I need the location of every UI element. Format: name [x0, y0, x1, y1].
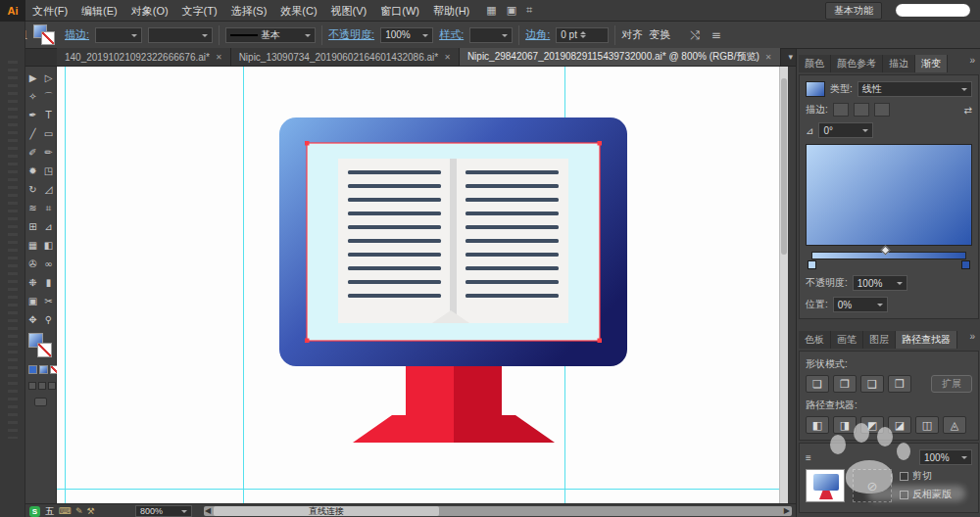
- workspace-switcher[interactable]: 基本功能: [825, 2, 882, 20]
- collapse-panels-icon[interactable]: »: [969, 55, 975, 66]
- ime-tool-icon[interactable]: ⚒: [87, 505, 95, 517]
- shape-builder-tool[interactable]: ⊞: [25, 217, 41, 236]
- menu-select[interactable]: 选择(S): [224, 0, 274, 22]
- unite-button[interactable]: ❏: [806, 375, 829, 393]
- slice-tool[interactable]: ✂: [41, 292, 57, 310]
- stroke-weight-select[interactable]: [95, 27, 142, 43]
- trim-button[interactable]: ◨: [833, 416, 857, 434]
- stroke-gradient-across-icon[interactable]: [874, 103, 890, 117]
- crop-button[interactable]: ◪: [888, 416, 911, 434]
- object-thumbnail[interactable]: [806, 469, 845, 502]
- app-logo[interactable]: Ai: [0, 0, 25, 22]
- lasso-tool[interactable]: ⌒: [41, 87, 57, 106]
- gradient-stop-end[interactable]: [961, 260, 970, 269]
- gradient-opacity-select[interactable]: 100%: [853, 275, 907, 291]
- search-input[interactable]: [896, 4, 970, 17]
- panel-menu-icon[interactable]: ≡: [711, 28, 721, 42]
- tab-close-icon[interactable]: ✕: [765, 53, 772, 62]
- clip-checkbox[interactable]: [900, 472, 908, 481]
- input-method-bar[interactable]: S 五 ⌨✎⚒: [29, 505, 95, 517]
- gradient-location-select[interactable]: 0%: [833, 297, 888, 312]
- line-segment-tool[interactable]: ╱: [25, 124, 41, 143]
- corner-radius-field[interactable]: 0 pt: [556, 27, 609, 43]
- transparency-opacity-select[interactable]: 100%: [919, 449, 972, 465]
- collapsed-panel-strip[interactable]: [0, 22, 25, 517]
- outline-button[interactable]: ◫: [915, 416, 939, 434]
- stroke-link[interactable]: 描边:: [65, 27, 89, 42]
- fill-stroke-proxy[interactable]: [33, 24, 59, 46]
- ime-pen-icon[interactable]: ✎: [75, 505, 83, 517]
- direct-selection-tool[interactable]: ▷: [41, 69, 57, 87]
- symbol-sprayer-tool[interactable]: ❉: [25, 273, 41, 292]
- scale-tool[interactable]: ◿: [41, 180, 57, 199]
- eraser-tool[interactable]: ◳: [41, 162, 57, 180]
- gradient-fill-swatch[interactable]: [806, 81, 825, 97]
- cs-live-icon[interactable]: ⌗: [526, 0, 532, 22]
- stroke-gradient-along-icon[interactable]: [854, 103, 869, 117]
- align-panel-button[interactable]: 对齐: [621, 27, 643, 42]
- stand-neck-right[interactable]: [454, 366, 502, 415]
- collapse-panels-icon[interactable]: »: [969, 331, 975, 342]
- blob-brush-tool[interactable]: ✹: [25, 162, 41, 180]
- panel-tab-color-guide[interactable]: 颜色参考: [831, 55, 883, 72]
- gradient-type-select[interactable]: 线性: [858, 81, 972, 97]
- gradient-slider[interactable]: [806, 250, 972, 269]
- invert-mask-checkbox[interactable]: [900, 491, 908, 499]
- document-tab-3-active[interactable]: Nipic_29842067_20190829115439732000.ai* …: [460, 48, 781, 66]
- corner-link[interactable]: 边角:: [525, 27, 550, 42]
- paintbrush-tool[interactable]: ✐: [25, 143, 41, 162]
- intersect-button[interactable]: ❑: [860, 375, 884, 393]
- gradient-tool[interactable]: ◧: [41, 236, 57, 255]
- mesh-tool[interactable]: ▦: [25, 236, 41, 255]
- stroke-none-swatch[interactable]: [41, 31, 55, 45]
- mask-thumbnail[interactable]: ⊘: [853, 469, 892, 502]
- stroke-color-swatch[interactable]: [37, 343, 52, 357]
- reverse-gradient-icon[interactable]: ⇄: [964, 105, 972, 116]
- type-tool[interactable]: T: [41, 106, 57, 124]
- gradient-stop-start[interactable]: [808, 260, 816, 269]
- opacity-link[interactable]: 不透明度:: [328, 27, 374, 42]
- magic-wand-tool[interactable]: ✧: [25, 87, 41, 106]
- anchor-point[interactable]: [305, 141, 310, 146]
- ime-badge[interactable]: S: [29, 506, 40, 517]
- merge-button[interactable]: ◩: [860, 416, 884, 434]
- gradient-slider-track[interactable]: [811, 252, 966, 259]
- ime-keyboard-icon[interactable]: ⌨: [59, 505, 72, 517]
- stroke-gradient-within-icon[interactable]: [833, 103, 849, 117]
- gradient-preview[interactable]: [806, 144, 972, 246]
- anchor-point[interactable]: [598, 141, 603, 146]
- vertical-scrollbar[interactable]: [779, 67, 788, 503]
- rotate-tool[interactable]: ↻: [25, 180, 41, 199]
- stand-base-left[interactable]: [353, 415, 454, 443]
- document-tab-2[interactable]: Nipic_13090734_20190602164601432086.ai* …: [231, 48, 460, 66]
- anchor-point[interactable]: [598, 339, 603, 344]
- artboard-canvas[interactable]: [57, 67, 788, 503]
- stand-base-right[interactable]: [454, 415, 555, 443]
- opacity-select[interactable]: 100%: [380, 27, 433, 43]
- divide-button[interactable]: ◧: [806, 416, 829, 434]
- pen-tool[interactable]: ✒: [25, 106, 41, 124]
- draw-normal-button[interactable]: [28, 382, 36, 390]
- zoom-tool[interactable]: ⚲: [41, 310, 57, 329]
- expand-button[interactable]: 扩展: [931, 375, 972, 393]
- perspective-grid-tool[interactable]: ⊿: [41, 217, 57, 236]
- menu-file[interactable]: 文件(F): [25, 0, 74, 22]
- menu-help[interactable]: 帮助(H): [426, 0, 476, 22]
- zoom-level-select[interactable]: 800%: [135, 505, 192, 517]
- tab-close-icon[interactable]: ✕: [216, 53, 222, 62]
- scroll-left-icon[interactable]: ◀: [205, 506, 211, 516]
- free-transform-tool[interactable]: ⌗: [41, 199, 57, 217]
- ime-mode-label[interactable]: 五: [45, 505, 54, 517]
- panel-tab-gradient[interactable]: 渐变: [915, 55, 948, 72]
- menu-effect[interactable]: 效果(C): [273, 0, 323, 22]
- pencil-tool[interactable]: ✏: [41, 143, 57, 162]
- bridge-icon[interactable]: ▦: [486, 0, 496, 22]
- panel-tab-swatches[interactable]: 色板: [799, 331, 831, 349]
- vertical-scrollbar-thumb[interactable]: [781, 78, 787, 255]
- menu-type[interactable]: 文字(T): [175, 0, 224, 22]
- exclude-button[interactable]: ❒: [888, 375, 911, 393]
- arrange-documents-icon[interactable]: ▣: [507, 0, 516, 22]
- hand-tool[interactable]: ✥: [25, 310, 41, 329]
- gradient-button[interactable]: [39, 365, 48, 374]
- menu-window[interactable]: 窗口(W): [373, 0, 426, 22]
